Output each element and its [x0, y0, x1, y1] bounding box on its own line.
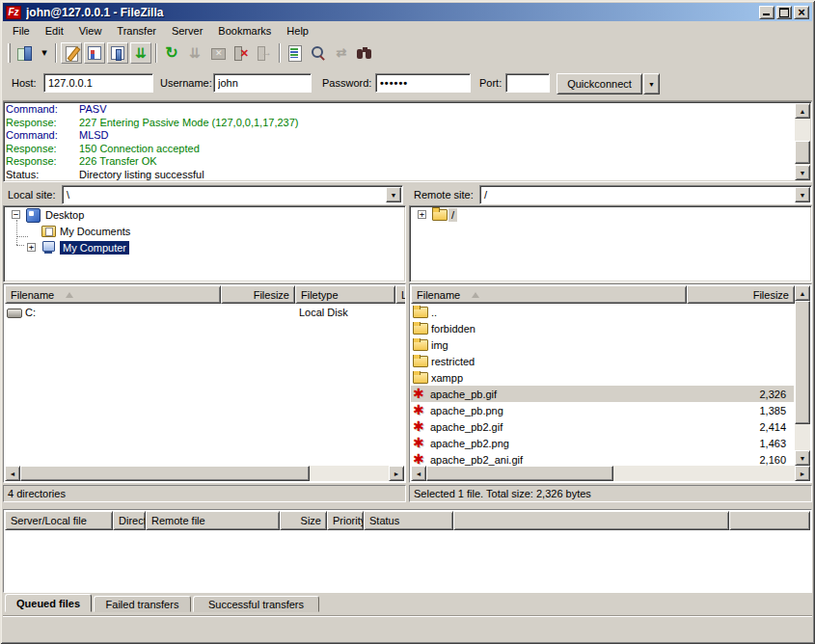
- password-input[interactable]: [375, 73, 471, 93]
- desktop-icon: [26, 208, 42, 222]
- column-status[interactable]: Status: [364, 511, 453, 530]
- local-site-combo[interactable]: \ ▼: [62, 185, 403, 204]
- toggle-queue-icon[interactable]: [130, 42, 151, 64]
- remote-site-combo[interactable]: / ▼: [479, 185, 812, 204]
- username-input[interactable]: [213, 73, 312, 93]
- local-site-combo-arrow-icon[interactable]: ▼: [386, 187, 401, 202]
- refresh-icon[interactable]: [161, 42, 182, 64]
- tree-item-desktop[interactable]: Desktop: [4, 206, 405, 223]
- tree-item-root[interactable]: /: [410, 206, 811, 223]
- tab-successful-transfers[interactable]: Successful transfers: [193, 596, 319, 612]
- menu-help[interactable]: Help: [279, 23, 316, 39]
- log-scroll-thumb[interactable]: [795, 141, 810, 164]
- log-label: Status:: [6, 169, 79, 182]
- filter-icon[interactable]: [285, 42, 306, 64]
- expand-icon[interactable]: [418, 210, 426, 219]
- column-last-modified[interactable]: L: [395, 285, 406, 304]
- queue-header: Server/Local file Directi... Remote file…: [5, 511, 810, 530]
- remote-file-row[interactable]: apache_pb2.gif 2,414: [411, 418, 794, 435]
- window-title: john@127.0.0.1 - FileZilla: [26, 6, 757, 19]
- remote-list-header: Filename Filesize: [411, 285, 795, 304]
- collapse-icon[interactable]: [12, 210, 20, 219]
- sort-ascending-icon: [472, 292, 479, 298]
- tab-queued-files[interactable]: Queued files: [5, 594, 92, 612]
- remote-vscroll-up-icon[interactable]: ▲: [795, 285, 810, 301]
- site-manager-dropdown-icon[interactable]: [38, 42, 51, 64]
- local-file-row[interactable]: C: Local Disk: [5, 304, 404, 320]
- close-button[interactable]: [794, 6, 809, 19]
- remote-file-row[interactable]: restricted: [411, 353, 794, 369]
- local-hscroll-left-icon[interactable]: ◄: [5, 466, 20, 481]
- local-hscroll-right-icon[interactable]: ►: [389, 466, 404, 481]
- menu-view[interactable]: View: [71, 23, 110, 39]
- toggle-local-tree-icon[interactable]: [84, 42, 105, 64]
- column-priority[interactable]: Priority: [327, 511, 364, 530]
- column-filetype[interactable]: Filetype: [295, 285, 395, 304]
- password-label: Password:: [322, 77, 371, 89]
- tab-failed-transfers[interactable]: Failed transfers: [94, 596, 191, 612]
- directory-comparison-icon[interactable]: [308, 42, 329, 64]
- app-icon[interactable]: Fz: [6, 6, 21, 19]
- toggle-message-log-icon[interactable]: [61, 42, 82, 64]
- folder-icon: [413, 371, 429, 384]
- log-text: MLSD: [79, 129, 109, 141]
- toggle-remote-tree-icon[interactable]: [107, 42, 128, 64]
- log-text: 227 Entering Passive Mode (127,0,0,1,17,…: [79, 117, 298, 128]
- remote-file-row[interactable]: forbidden: [411, 320, 794, 336]
- remote-file-row[interactable]: img: [411, 336, 794, 353]
- site-manager-button[interactable]: [14, 42, 36, 64]
- quickconnect-dropdown-icon[interactable]: ▼: [643, 73, 660, 94]
- synchronized-browsing-icon: [331, 42, 352, 64]
- remote-hscroll-left-icon[interactable]: ◄: [411, 466, 426, 481]
- remote-site-combo-arrow-icon[interactable]: ▼: [795, 187, 810, 202]
- apache-file-icon: [413, 388, 428, 401]
- local-hscroll-thumb[interactable]: [20, 466, 310, 481]
- log-scroll-down-icon[interactable]: ▼: [795, 165, 810, 180]
- maximize-button[interactable]: [776, 6, 792, 19]
- folder-icon: [413, 322, 429, 335]
- quickconnect-button[interactable]: Quickconnect: [557, 73, 642, 94]
- remote-list-body: .. forbidden img restricted xampp apache…: [411, 304, 794, 468]
- local-list-header: Filename Filesize Filetype L: [5, 285, 404, 304]
- menu-edit[interactable]: Edit: [38, 23, 71, 39]
- remote-file-row[interactable]: apache_pb.png 1,385: [411, 402, 794, 418]
- column-filename[interactable]: Filename: [5, 285, 221, 304]
- tree-item-my-documents[interactable]: My Documents: [4, 223, 405, 239]
- log-scroll-up-icon[interactable]: ▲: [795, 103, 810, 119]
- remote-vscroll-thumb[interactable]: [795, 301, 810, 424]
- column-filename[interactable]: Filename: [411, 285, 687, 304]
- title-bar[interactable]: Fz john@127.0.0.1 - FileZilla: [3, 3, 812, 21]
- column-server-local-file[interactable]: Server/Local file: [5, 511, 113, 530]
- expand-icon[interactable]: [27, 243, 36, 252]
- local-tree: Desktop My Documents My Computer: [3, 205, 406, 282]
- tree-item-my-computer[interactable]: My Computer: [4, 239, 405, 255]
- column-size[interactable]: Size: [280, 511, 327, 530]
- local-file-list: Filename Filesize Filetype L C: Local Di…: [3, 283, 406, 483]
- minimize-button[interactable]: [759, 6, 774, 19]
- find-files-icon[interactable]: [354, 42, 375, 64]
- remote-status-text: Selected 1 file. Total size: 2,326 bytes: [409, 485, 812, 502]
- menu-server[interactable]: Server: [164, 23, 210, 39]
- my-computer-icon: [41, 241, 58, 255]
- column-direction[interactable]: Directi...: [113, 511, 146, 530]
- local-status-text: 4 directories: [3, 485, 406, 502]
- menu-bookmarks[interactable]: Bookmarks: [210, 23, 279, 39]
- remote-file-row-selected[interactable]: apache_pb.gif 2,326: [411, 386, 794, 402]
- host-input[interactable]: [43, 73, 153, 93]
- port-input[interactable]: [505, 73, 550, 93]
- menu-file[interactable]: File: [5, 23, 38, 39]
- column-remote-file[interactable]: Remote file: [146, 511, 280, 530]
- toolbar-separator: [55, 43, 57, 63]
- remote-hscroll-right-icon[interactable]: ►: [795, 466, 810, 481]
- remote-hscroll-thumb[interactable]: [426, 466, 613, 481]
- remote-file-row[interactable]: apache_pb2.png 1,463: [411, 435, 794, 451]
- disconnect-icon[interactable]: [231, 42, 252, 64]
- menu-bar: File Edit View Transfer Server Bookmarks…: [3, 21, 812, 40]
- column-filesize[interactable]: Filesize: [687, 285, 795, 304]
- remote-file-row[interactable]: ..: [411, 304, 794, 320]
- remote-vscroll-down-icon[interactable]: ▼: [795, 450, 810, 466]
- menu-transfer[interactable]: Transfer: [109, 23, 164, 39]
- remote-file-list: Filename Filesize .. forbidden img restr…: [409, 283, 812, 483]
- remote-file-row[interactable]: xampp: [411, 369, 794, 386]
- column-filesize[interactable]: Filesize: [221, 285, 295, 304]
